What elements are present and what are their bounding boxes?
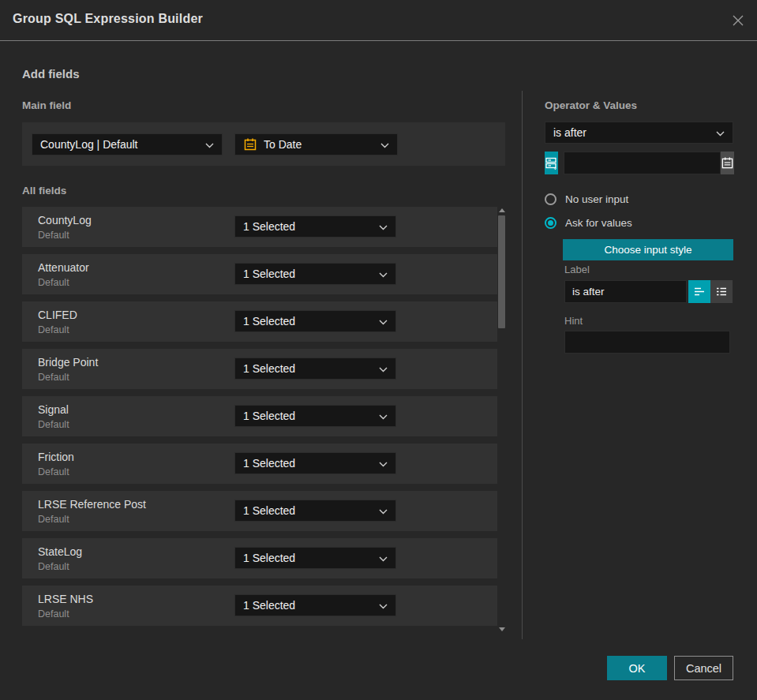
dialog-title: Group SQL Expression Builder	[13, 12, 203, 26]
field-selection-select[interactable]: 1 Selected	[234, 452, 396, 474]
chevron-down-icon	[379, 267, 388, 281]
radio-no-user-input-label: No user input	[565, 193, 628, 205]
field-row: StateLog Default 1 Selected	[22, 538, 497, 578]
field-type: Default	[38, 372, 69, 383]
field-selection-value: 1 Selected	[243, 362, 374, 375]
field-row: Bridge Point Default 1 Selected	[22, 349, 497, 389]
group-sql-expression-builder-dialog: Group SQL Expression Builder Add fields …	[0, 0, 757, 700]
field-name: CLIFED	[38, 309, 77, 321]
vertical-divider	[522, 91, 523, 639]
field-selection-value: 1 Selected	[243, 457, 374, 470]
field-name: StateLog	[38, 545, 82, 558]
ok-button[interactable]: OK	[607, 656, 667, 680]
radio-ask-for-values[interactable]: Ask for values	[545, 217, 632, 229]
hint-field-label: Hint	[564, 315, 583, 327]
field-row: LRSE NHS Default 1 Selected	[22, 586, 497, 626]
field-row: CountyLog Default 1 Selected	[22, 207, 497, 247]
operator-select[interactable]: is after	[545, 122, 733, 144]
field-name: Bridge Point	[38, 356, 98, 369]
chevron-down-icon	[379, 314, 388, 328]
chevron-down-icon	[379, 598, 388, 612]
add-fields-heading: Add fields	[22, 67, 80, 80]
radio-ask-for-values-label: Ask for values	[565, 217, 632, 229]
field-selection-value: 1 Selected	[243, 599, 374, 612]
field-name: Friction	[38, 451, 74, 463]
chevron-down-icon	[205, 137, 214, 152]
calendar-icon	[721, 156, 734, 170]
main-field-select[interactable]: CountyLog | Default	[32, 133, 223, 155]
field-name: LRSE NHS	[38, 593, 93, 605]
field-name: CountyLog	[38, 214, 92, 226]
field-selection-value: 1 Selected	[243, 410, 374, 422]
field-type: Default	[38, 324, 69, 335]
field-row: Attenuator Default 1 Selected	[22, 254, 497, 294]
field-type: Default	[38, 419, 69, 430]
main-field-panel: CountyLog | Default To Date	[22, 122, 505, 166]
field-selection-select[interactable]: 1 Selected	[234, 310, 396, 332]
list-scrollbar[interactable]	[497, 207, 507, 633]
date-field-select-value: To Date	[264, 138, 376, 151]
main-field-label: Main field	[22, 99, 71, 111]
field-selection-select[interactable]: 1 Selected	[234, 263, 396, 285]
chevron-down-icon	[379, 409, 388, 423]
all-fields-list: CountyLog Default 1 Selected Attenuator …	[22, 207, 497, 633]
field-selection-value: 1 Selected	[243, 504, 374, 517]
field-type: Default	[38, 608, 69, 620]
chevron-down-icon	[379, 456, 388, 470]
field-row: CLIFED Default 1 Selected	[22, 301, 497, 342]
field-name: Signal	[38, 403, 69, 416]
field-selection-select[interactable]: 1 Selected	[234, 594, 396, 616]
calendar-icon	[243, 137, 257, 152]
field-type: Default	[38, 466, 69, 477]
value-input[interactable]	[564, 152, 721, 174]
chevron-down-icon	[379, 503, 388, 518]
radio-selected-icon[interactable]	[545, 217, 557, 229]
scroll-down-arrow-icon[interactable]	[499, 627, 505, 631]
field-selection-value: 1 Selected	[243, 268, 374, 280]
radio-icon[interactable]	[545, 193, 557, 205]
close-icon[interactable]	[730, 13, 746, 28]
scrollbar-thumb[interactable]	[498, 215, 505, 328]
field-selection-value: 1 Selected	[243, 315, 374, 328]
field-row: Friction Default 1 Selected	[22, 444, 497, 484]
field-selection-select[interactable]: 1 Selected	[234, 357, 396, 380]
value-input-row	[545, 152, 733, 174]
field-name: LRSE Reference Post	[38, 498, 146, 511]
main-field-select-value: CountyLog | Default	[40, 138, 200, 151]
chevron-down-icon	[379, 219, 388, 234]
align-left-icon	[694, 286, 706, 297]
field-selection-value: 1 Selected	[243, 220, 374, 233]
field-type: Default	[38, 561, 69, 572]
field-selection-select[interactable]: 1 Selected	[234, 547, 396, 569]
field-row: Signal Default 1 Selected	[22, 396, 497, 436]
operator-values-heading: Operator & Values	[545, 99, 637, 111]
chevron-down-icon	[380, 137, 389, 152]
label-field-label: Label	[564, 264, 590, 275]
list-icon	[716, 286, 728, 297]
chevron-down-icon	[379, 551, 388, 565]
cancel-button[interactable]: Cancel	[674, 656, 733, 680]
hint-input[interactable]	[564, 331, 730, 354]
operator-select-value: is after	[553, 126, 711, 139]
label-input-row	[564, 280, 733, 303]
text-input-style-button[interactable]	[688, 280, 710, 303]
field-selection-select[interactable]: 1 Selected	[234, 500, 396, 522]
choose-input-style-button[interactable]: Choose input style	[563, 239, 733, 260]
label-input[interactable]	[564, 280, 687, 303]
field-selection-select[interactable]: 1 Selected	[234, 215, 396, 238]
scroll-up-arrow-icon[interactable]	[499, 208, 505, 212]
value-calendar-button[interactable]	[721, 152, 734, 174]
radio-no-user-input[interactable]: No user input	[545, 193, 628, 205]
field-type: Default	[38, 277, 69, 288]
field-selection-value: 1 Selected	[243, 552, 374, 564]
date-field-select[interactable]: To Date	[234, 133, 398, 155]
chevron-down-icon	[716, 125, 725, 140]
field-name: Attenuator	[38, 261, 89, 274]
field-type: Default	[38, 514, 69, 525]
field-row: LRSE Reference Post Default 1 Selected	[22, 491, 497, 531]
field-type: Default	[38, 230, 69, 241]
field-selection-select[interactable]: 1 Selected	[234, 405, 396, 427]
dialog-header: Group SQL Expression Builder	[0, 0, 757, 41]
list-input-style-button[interactable]	[710, 280, 733, 303]
value-source-button[interactable]	[545, 152, 558, 174]
